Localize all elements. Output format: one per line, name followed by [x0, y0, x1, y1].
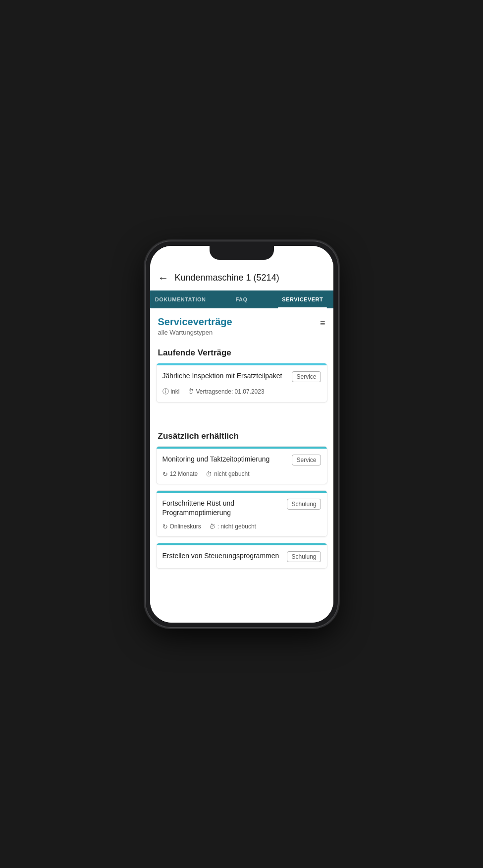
page-title: Kundenmaschine 1 (5214): [175, 273, 279, 283]
card-title-1: Jährliche Inspektion mit Ersatzteilpaket: [162, 371, 288, 381]
meta-text-2a: 12 Monate: [170, 470, 198, 477]
card-body-1: Jährliche Inspektion mit Ersatzteilpaket…: [157, 365, 327, 402]
section-subtitle: alle Wartungstypen: [158, 329, 232, 336]
meta-item-2b: ⏱ nicht gebucht: [206, 470, 249, 478]
card-body-4: Erstellen von Steuerungsprogrammen Schul…: [157, 545, 327, 568]
card-title-3: Fortschrittene Rüst und Programmoptimier…: [162, 499, 283, 518]
meta-item-1a: ⓘ inkl: [162, 387, 180, 396]
section-title-area: Serviceverträge alle Wartungstypen ≡: [150, 308, 333, 340]
meta-item-1b: ⏱ Vertragsende: 01.07.2023: [188, 388, 265, 395]
clock-icon-2: ⏱: [206, 470, 212, 478]
clock-icon-3: ⏱: [209, 523, 215, 530]
filter-icon[interactable]: ≡: [320, 318, 325, 329]
phone-device: ← Kundenmaschine 1 (5214) DOKUMENTATION …: [145, 241, 338, 628]
card-body-3: Fortschrittene Rüst und Programmoptimier…: [157, 493, 327, 536]
meta-item-3a: ↻ Onlineskurs: [162, 523, 201, 530]
phone-notch: [210, 246, 274, 260]
card-top-row-2: Monitoring und Taktzeitoptimierung Servi…: [162, 455, 321, 465]
card-title-4: Erstellen von Steuerungsprogrammen: [162, 551, 283, 561]
back-button[interactable]: ←: [158, 272, 169, 285]
card-top-row-1: Jährliche Inspektion mit Ersatzteilpaket…: [162, 371, 321, 382]
group2-heading: Zusätzlich erhältlich: [150, 423, 333, 446]
tab-bar: DOKUMENTATION FAQ SERVICEVERT: [150, 290, 333, 308]
group1-heading: Laufende Verträge: [150, 340, 333, 363]
app-header: ← Kundenmaschine 1 (5214): [150, 268, 333, 290]
card-body-2: Monitoring und Taktzeitoptimierung Servi…: [157, 449, 327, 484]
meta-text-2b: nicht gebucht: [214, 470, 249, 477]
meta-item-3b: ⏱ : nicht gebucht: [209, 523, 256, 530]
contract-card-2[interactable]: Monitoring und Taktzeitoptimierung Servi…: [156, 446, 327, 484]
section-title-text: Serviceverträge alle Wartungstypen: [158, 316, 232, 336]
meta-text-3b: : nicht gebucht: [217, 523, 256, 530]
tab-servicevert[interactable]: SERVICEVERT: [272, 290, 333, 308]
refresh-icon-2: ↻: [162, 470, 168, 478]
phone-screen: ← Kundenmaschine 1 (5214) DOKUMENTATION …: [150, 246, 333, 623]
card-badge-2[interactable]: Service: [292, 455, 321, 465]
meta-text-1a: inkl: [171, 388, 180, 395]
meta-text-3a: Onlineskurs: [170, 523, 201, 530]
content-area[interactable]: Serviceverträge alle Wartungstypen ≡ Lau…: [150, 308, 333, 623]
card-top-row-4: Erstellen von Steuerungsprogrammen Schul…: [162, 551, 321, 562]
card-meta-1: ⓘ inkl ⏱ Vertragsende: 01.07.2023: [162, 387, 321, 396]
info-icon: ⓘ: [162, 387, 169, 396]
card-badge-1[interactable]: Service: [292, 371, 321, 382]
card-title-2: Monitoring und Taktzeitoptimierung: [162, 455, 288, 464]
tab-faq[interactable]: FAQ: [211, 290, 272, 308]
card-badge-4[interactable]: Schulung: [287, 551, 321, 562]
contract-card-4[interactable]: Erstellen von Steuerungsprogrammen Schul…: [156, 543, 327, 569]
clock-icon-1: ⏱: [188, 388, 194, 395]
tab-dokumentation[interactable]: DOKUMENTATION: [150, 290, 211, 308]
meta-item-2a: ↻ 12 Monate: [162, 470, 198, 478]
mid-spacer: [150, 408, 333, 423]
contract-card-1[interactable]: Jährliche Inspektion mit Ersatzteilpaket…: [156, 363, 327, 403]
card-meta-2: ↻ 12 Monate ⏱ nicht gebucht: [162, 470, 321, 478]
contract-card-3[interactable]: Fortschrittene Rüst und Programmoptimier…: [156, 490, 327, 537]
meta-text-1b: Vertragsende: 01.07.2023: [196, 388, 265, 395]
refresh-icon-3: ↻: [162, 523, 168, 530]
section-title: Serviceverträge: [158, 316, 232, 328]
card-badge-3[interactable]: Schulung: [287, 499, 321, 510]
card-top-row-3: Fortschrittene Rüst und Programmoptimier…: [162, 499, 321, 518]
card-meta-3: ↻ Onlineskurs ⏱ : nicht gebucht: [162, 523, 321, 530]
